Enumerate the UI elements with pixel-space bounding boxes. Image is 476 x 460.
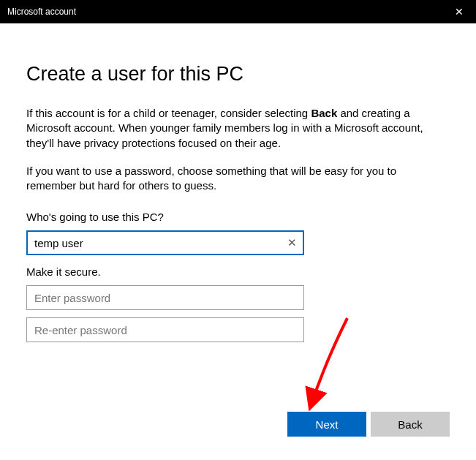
password-input[interactable]: [26, 285, 304, 310]
window-title: Microsoft account: [7, 7, 76, 17]
footer-buttons: Next Back: [287, 412, 450, 437]
content-area: Create a user for this PC If this accoun…: [0, 23, 476, 342]
intro-text-prefix: If this account is for a child or teenag…: [26, 107, 311, 119]
password-hint-paragraph: If you want to use a password, choose so…: [26, 164, 447, 194]
username-label: Who's going to use this PC?: [26, 211, 450, 223]
confirm-password-field-wrap: [26, 317, 304, 342]
page-title: Create a user for this PC: [26, 63, 450, 86]
confirm-password-input[interactable]: [26, 317, 304, 342]
username-input[interactable]: [26, 230, 304, 255]
clear-username-button[interactable]: ✕: [280, 231, 303, 254]
password-field-wrap: [26, 285, 304, 310]
back-button[interactable]: Back: [371, 412, 450, 437]
intro-text-bold: Back: [311, 107, 337, 119]
close-button[interactable]: ✕: [442, 0, 476, 23]
close-icon: ✕: [455, 6, 464, 18]
secure-label: Make it secure.: [26, 265, 450, 278]
username-field-wrap: ✕: [26, 230, 304, 255]
titlebar: Microsoft account ✕: [0, 0, 476, 23]
intro-paragraph: If this account is for a child or teenag…: [26, 106, 447, 151]
next-button[interactable]: Next: [287, 412, 366, 437]
clear-icon: ✕: [287, 236, 297, 249]
